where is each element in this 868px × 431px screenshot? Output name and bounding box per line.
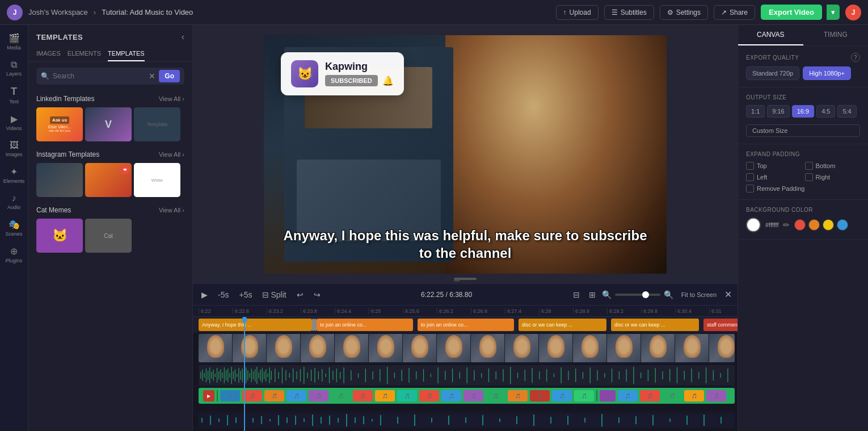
remove-padding-button[interactable]: Remove Padding [746, 185, 860, 193]
expand-left[interactable]: Left [746, 173, 802, 181]
zoom-slider[interactable] [615, 294, 660, 296]
view-all-linkedin[interactable]: View All › [159, 95, 184, 102]
template-item[interactable]: ❤ [85, 163, 132, 197]
subtitle-clip[interactable]: disc or we can keep ... [519, 319, 606, 331]
sidebar-item-plugins[interactable]: ⊕ Plugins [2, 242, 27, 267]
color-preset-red[interactable] [794, 219, 806, 231]
bottom-checkbox[interactable] [805, 162, 813, 170]
upload-button[interactable]: ↑ Upload [556, 5, 599, 20]
split-button[interactable]: ⊟ Split [259, 288, 289, 301]
export-button[interactable]: Export Video [761, 5, 822, 20]
view-all-instagram[interactable]: View All › [159, 151, 184, 158]
canvas-area[interactable]: 😺 Kapwing SUBSCRIBED 🔔 Anyway, I hope th… [193, 25, 738, 283]
color-preset-blue[interactable] [837, 219, 848, 231]
tab-images[interactable]: IMAGES [36, 47, 61, 61]
svg-rect-155 [720, 417, 722, 424]
music-track-bar[interactable]: ▶ 🎵 🎵 🎵 🎵 🎵 🎵 🎵 🎵 🎵 🎵 [199, 388, 735, 404]
popup-actions: SUBSCRIBED 🔔 [325, 75, 394, 86]
zoom-in-button[interactable]: ⊞ [586, 288, 599, 301]
tab-elements[interactable]: ELEMENTS [68, 47, 101, 61]
color-preset-yellow[interactable] [823, 219, 834, 231]
template-item[interactable]: Cat [85, 219, 132, 253]
svg-rect-17 [229, 373, 230, 378]
view-all-catmemes[interactable]: View All › [159, 207, 184, 214]
sidebar-item-audio[interactable]: ♪ Audio [2, 190, 27, 214]
skip-fwd-button[interactable]: +5s [236, 288, 255, 301]
sidebar-item-videos[interactable]: ▶ Videos [2, 110, 27, 135]
template-item[interactable]: Template [134, 107, 180, 141]
svg-rect-18 [231, 367, 231, 384]
svg-rect-38 [267, 374, 268, 377]
search-input[interactable] [53, 72, 145, 80]
undo-button[interactable]: ↩ [294, 288, 306, 301]
svg-rect-130 [338, 418, 339, 422]
expand-bottom[interactable]: Bottom [805, 162, 861, 170]
sidebar-item-scenes[interactable]: 🎭 Scenes [2, 216, 27, 240]
svg-rect-41 [275, 369, 275, 382]
svg-rect-13 [222, 373, 223, 378]
search-go-button[interactable]: Go [159, 70, 180, 82]
size-5-4-button[interactable]: 5:4 [837, 105, 856, 118]
play-button[interactable]: ▶ [199, 288, 210, 301]
music-thumbnails: ▶ 🎵 🎵 🎵 🎵 🎵 🎵 🎵 🎵 🎵 🎵 [203, 390, 726, 401]
template-item[interactable]: White [134, 163, 180, 197]
subtitle-clip[interactable]: disc or we can keep ... [611, 319, 699, 331]
ruler-mark: 6:24.4 [335, 308, 369, 314]
size-16-9-button[interactable]: 16:9 [792, 105, 814, 118]
subtitle-clip[interactable]: to join an online co... [418, 319, 514, 331]
sidebar-item-media[interactable]: 🎬 Media [2, 30, 27, 54]
export-dropdown-button[interactable]: ▾ [827, 5, 840, 20]
svg-rect-145 [550, 417, 551, 424]
svg-rect-114 [201, 418, 203, 422]
tab-timing[interactable]: TIMING [803, 25, 869, 45]
edit-color-icon[interactable]: ✏ [783, 220, 790, 229]
waveform[interactable] [199, 365, 735, 386]
subtitles-button[interactable]: ☰ Subtitles [604, 5, 654, 20]
canvas-resize-handle[interactable]: ••• [454, 278, 477, 280]
timeline-close-button[interactable]: ✕ [724, 289, 732, 300]
clip-handle[interactable] [314, 319, 317, 331]
template-item[interactable]: Ask us Elsie Villen... can do for you [36, 107, 83, 141]
size-1-1-button[interactable]: 1:1 [746, 105, 765, 118]
sidebar-item-images[interactable]: 🖼 Images [2, 137, 27, 161]
top-checkbox[interactable] [746, 162, 754, 170]
sidebar-item-text[interactable]: T Text [2, 82, 27, 108]
tab-templates[interactable]: TEMPLATES [108, 47, 145, 61]
share-button[interactable]: ↗ Share [714, 5, 755, 20]
remove-padding-checkbox[interactable] [746, 185, 754, 193]
size-9-16-button[interactable]: 9:16 [767, 105, 789, 118]
workspace-link[interactable]: Josh's Workspace [28, 8, 88, 16]
fit-to-screen-button[interactable]: Fit to Screen [678, 290, 720, 300]
info-icon[interactable]: ? [851, 53, 860, 62]
settings-button[interactable]: ⚙ Settings [660, 5, 708, 20]
custom-size-button[interactable]: Custom Size [746, 124, 860, 137]
right-checkbox[interactable] [805, 173, 813, 181]
high-quality-button[interactable]: High 1080p+ [803, 66, 851, 80]
standard-quality-button[interactable]: Standard 720p [746, 66, 799, 80]
subtitle-clip[interactable]: Anyway, I hope this ... [199, 319, 312, 331]
subtitle-clip[interactable]: to join an online co... [317, 319, 413, 331]
template-item[interactable] [36, 163, 83, 197]
tab-canvas[interactable]: CANVAS [738, 25, 803, 45]
bg-color-swatch[interactable] [746, 217, 761, 232]
zoom-minus-button[interactable]: ⊟ [570, 288, 583, 301]
music-thumb: 🎵 [574, 390, 594, 401]
panel-collapse-button[interactable]: ‹ [182, 32, 184, 42]
size-4-5-button[interactable]: 4:5 [816, 105, 835, 118]
left-checkbox[interactable] [746, 173, 754, 181]
search-clear-button[interactable]: ✕ [149, 72, 155, 81]
redo-button[interactable]: ↪ [311, 288, 323, 301]
user-avatar[interactable]: J [845, 5, 861, 20]
expand-right[interactable]: Right [805, 173, 861, 181]
sidebar-item-layers[interactable]: ⧉ Layers [2, 56, 27, 80]
expand-top[interactable]: Top [746, 162, 802, 170]
template-item[interactable]: V [85, 107, 132, 141]
filmstrip[interactable] [199, 334, 735, 362]
svg-rect-67 [394, 373, 395, 378]
subtitle-clip[interactable]: staff comment down below.! [703, 319, 738, 331]
skip-back-button[interactable]: -5s [215, 288, 231, 301]
sidebar-item-elements[interactable]: ✦ Elements [2, 163, 27, 187]
color-preset-orange[interactable] [808, 219, 820, 231]
template-item[interactable]: 🐱 [36, 219, 83, 253]
subscribe-button[interactable]: SUBSCRIBED [325, 75, 378, 86]
